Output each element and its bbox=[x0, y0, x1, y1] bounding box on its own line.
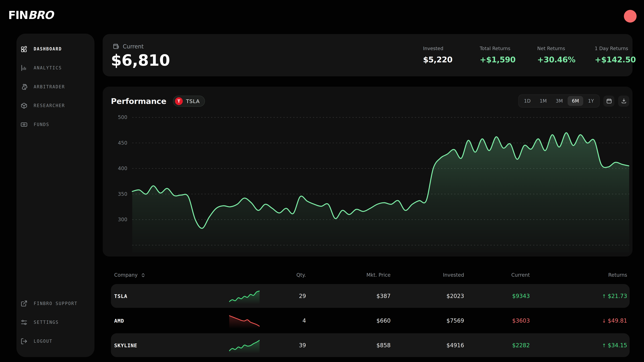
mkt-price-cell: $660 bbox=[306, 317, 390, 324]
trend-up-arrow-icon: ↑ bbox=[602, 294, 606, 299]
range-button-3m[interactable]: 3M bbox=[552, 96, 567, 106]
logout-icon bbox=[20, 338, 28, 345]
qty-cell: 39 bbox=[267, 342, 306, 349]
ticker-badge-tsla[interactable]: T TSLA bbox=[173, 95, 205, 106]
svg-text:400: 400 bbox=[118, 166, 127, 171]
sidebar-main-nav: DASHBOARD ANALYTICS ARBITRADER RESEARCHE… bbox=[16, 39, 94, 134]
sidebar-item-finbro-support[interactable]: FINBRO SUPPORT bbox=[16, 294, 94, 313]
cube-icon bbox=[20, 102, 28, 109]
top-bar: FINBRO bbox=[0, 0, 644, 33]
qty-cell: 4 bbox=[267, 317, 306, 324]
invested-cell: $2023 bbox=[390, 293, 464, 299]
column-header-returns: Returns bbox=[530, 272, 627, 278]
sidebar-item-analytics[interactable]: ANALYTICS bbox=[16, 58, 94, 77]
range-button-6m[interactable]: 6M bbox=[568, 96, 583, 106]
current-cell: $3603 bbox=[464, 317, 530, 324]
stat-net-returns: Net Returns +30.46% bbox=[537, 45, 599, 64]
sparkline-amd bbox=[222, 312, 267, 329]
svg-text:350: 350 bbox=[118, 191, 127, 197]
bar-chart-icon bbox=[20, 64, 28, 71]
chart-controls: 1D 1M 3M 6M 1Y bbox=[518, 94, 629, 107]
stat-invested: Invested $5,220 bbox=[423, 45, 484, 64]
sidebar-item-label: ARBITRADER bbox=[34, 84, 65, 89]
current-balance-value: $6,810 bbox=[111, 51, 170, 69]
company-name: TSLA bbox=[111, 293, 222, 299]
portfolio-summary-card: Current $6,810 Invested $5,220 Total Ret… bbox=[103, 34, 632, 76]
company-name: SKYLINE bbox=[111, 342, 222, 348]
column-header-company-sort[interactable]: Company bbox=[111, 272, 222, 278]
sidebar-item-arbitrader[interactable]: ARBITRADER bbox=[16, 77, 94, 96]
returns-cell: ↑$21.73 bbox=[530, 293, 627, 299]
current-cell: $9343 bbox=[464, 293, 530, 299]
trend-down-arrow-icon: ↓ bbox=[602, 318, 606, 324]
holdings-table-header: Company Qty. Mkt. Price Invested Current… bbox=[111, 267, 630, 283]
download-icon bbox=[621, 98, 626, 104]
sidebar-item-label: SETTINGS bbox=[34, 320, 59, 325]
performance-area-chart: 500450400350300 bbox=[111, 109, 629, 252]
sparkline-skyline bbox=[222, 337, 267, 354]
dashboard-grid-icon bbox=[20, 45, 28, 52]
banknote-icon bbox=[20, 121, 28, 128]
chart-header: Performance T TSLA 1D 1M 3M 6M 1Y bbox=[103, 87, 632, 110]
returns-cell: ↑$34.15 bbox=[530, 342, 627, 349]
rabbit-icon bbox=[20, 83, 28, 90]
current-balance-label: Current bbox=[112, 43, 144, 50]
svg-text:300: 300 bbox=[118, 217, 127, 222]
invested-cell: $7569 bbox=[390, 317, 464, 324]
user-avatar[interactable] bbox=[624, 10, 636, 23]
mkt-price-cell: $858 bbox=[306, 342, 390, 349]
sidebar-item-settings[interactable]: SETTINGS bbox=[16, 313, 94, 332]
performance-chart-card: Performance T TSLA 1D 1M 3M 6M 1Y bbox=[103, 87, 632, 257]
trend-up-arrow-icon: ↑ bbox=[602, 343, 606, 349]
sort-icon bbox=[140, 272, 146, 278]
table-row-skyline[interactable]: SKYLINE 39 $858 $4916 $2282 ↑$34.15 bbox=[111, 333, 630, 357]
sidebar-item-label: LOGOUT bbox=[34, 339, 52, 344]
sparkline-tsla bbox=[222, 288, 267, 304]
finbro-logo[interactable]: FINBRO bbox=[8, 8, 53, 21]
column-header-invested: Invested bbox=[390, 272, 464, 278]
external-link-icon bbox=[20, 300, 28, 307]
sidebar-footer-nav: FINBRO SUPPORT SETTINGS LOGOUT bbox=[16, 294, 94, 351]
invested-cell: $4916 bbox=[390, 342, 464, 349]
stat-1-day-returns: 1 Day Returns +$142.50 bbox=[595, 45, 644, 64]
calendar-icon bbox=[606, 98, 612, 104]
qty-cell: 29 bbox=[267, 293, 306, 299]
sidebar-item-label: RESEARCHER bbox=[34, 103, 65, 108]
column-header-qty: Qty. bbox=[267, 272, 306, 278]
range-button-1m[interactable]: 1M bbox=[536, 96, 551, 106]
svg-text:500: 500 bbox=[118, 114, 127, 120]
sidebar-item-label: FINBRO SUPPORT bbox=[34, 301, 78, 306]
finbro-dashboard: FINBRO DASHBOARD ANALYTICS ARBITRA bbox=[0, 0, 644, 362]
wallet-icon bbox=[112, 43, 119, 50]
sidebar-item-label: ANALYTICS bbox=[34, 65, 62, 70]
sidebar-item-label: FUNDS bbox=[34, 122, 49, 127]
current-cell: $2282 bbox=[464, 342, 530, 349]
range-selector: 1D 1M 3M 6M 1Y bbox=[518, 94, 600, 107]
column-header-mkt-price: Mkt. Price bbox=[306, 272, 390, 278]
table-row-tsla[interactable]: TSLA 29 $387 $2023 $9343 ↑$21.73 bbox=[111, 284, 630, 308]
sidebar-item-logout[interactable]: LOGOUT bbox=[16, 332, 94, 351]
table-row-amd[interactable]: AMD 4 $660 $7569 $3603 ↓$49.81 bbox=[111, 309, 630, 333]
sidebar-item-researcher[interactable]: RESEARCHER bbox=[16, 96, 94, 115]
sidebar-item-label: DASHBOARD bbox=[34, 46, 62, 51]
svg-text:450: 450 bbox=[118, 140, 127, 146]
returns-cell: ↓$49.81 bbox=[530, 317, 627, 324]
chart-title: Performance bbox=[111, 96, 166, 106]
range-button-1d[interactable]: 1D bbox=[520, 96, 535, 106]
stat-total-returns: Total Returns +$1,590 bbox=[480, 45, 541, 64]
sidebar: DASHBOARD ANALYTICS ARBITRADER RESEARCHE… bbox=[16, 34, 94, 357]
company-name: AMD bbox=[111, 318, 222, 324]
download-button[interactable] bbox=[618, 95, 629, 106]
sidebar-item-funds[interactable]: FUNDS bbox=[16, 115, 94, 134]
range-button-1y[interactable]: 1Y bbox=[584, 96, 598, 106]
calendar-button[interactable] bbox=[604, 95, 614, 106]
column-header-current: Current bbox=[464, 272, 530, 278]
tsla-logo-icon: T bbox=[175, 97, 183, 105]
sliders-icon bbox=[20, 319, 28, 326]
mkt-price-cell: $387 bbox=[306, 293, 390, 299]
sidebar-item-dashboard[interactable]: DASHBOARD bbox=[16, 39, 94, 58]
